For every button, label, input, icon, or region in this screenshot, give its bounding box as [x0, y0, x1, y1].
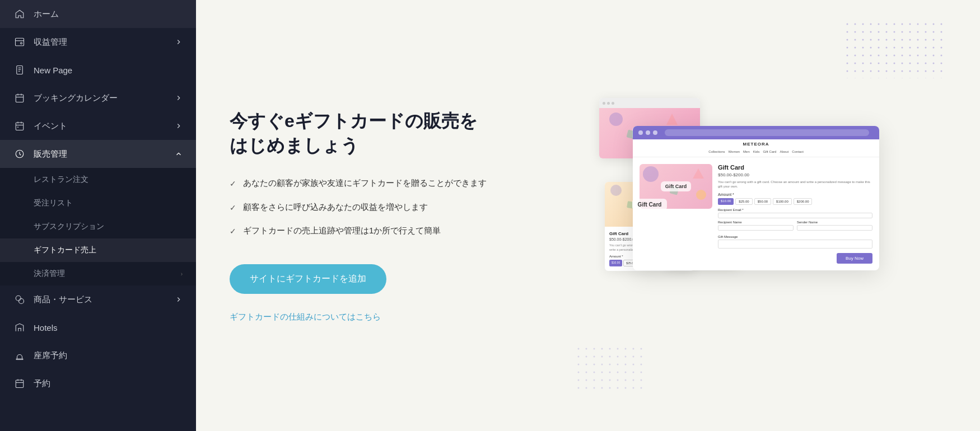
browser-body: Gift Card Gift Card $50.00-$200	[633, 157, 879, 270]
feature-item: ✓ ギフトカードの売上追跡や管理は1か所で行えて簡単	[230, 224, 498, 237]
amount-btn-25: $25.00	[735, 198, 752, 205]
seat-icon	[13, 349, 26, 362]
subitem-label: 受注リスト	[34, 198, 73, 208]
browser-main: METEORA Collections Women Men Kids Gift …	[633, 126, 879, 270]
gift-message-input	[718, 240, 872, 249]
products-icon	[13, 293, 26, 306]
sidebar-item-label: ホーム	[34, 9, 59, 20]
sales-icon	[13, 148, 26, 160]
svg-marker-37	[693, 168, 704, 179]
subitem-label: ギフトカード売上	[34, 245, 96, 255]
amount-label: Amount *	[718, 193, 872, 196]
calendar-icon	[13, 92, 26, 104]
sidebar-item-label: New Page	[34, 65, 72, 75]
decorative-dots-2	[577, 347, 644, 392]
sales-subitems: レストラン注文 受注リスト サブスクリプション ギフトカード売上 決済管理 ›	[0, 168, 196, 285]
browser-dot	[603, 102, 605, 105]
sidebar-subitem-restaurant-orders[interactable]: レストラン注文	[0, 168, 196, 191]
product-detail: Gift Card $50.00-$200.00 You can't go wr…	[718, 164, 872, 264]
sidebar-subitem-subscription[interactable]: サブスクリプション	[0, 215, 196, 238]
product-description: You can't go wrong with a gift card. Cho…	[718, 180, 872, 189]
hotels-icon	[13, 321, 26, 334]
sidebar-item-events[interactable]: イベント	[0, 112, 196, 140]
feature-item: ✓ あなたの顧客が家族や友達にギフトカードを贈ることができます	[230, 176, 498, 190]
sidebar-item-label: 商品・サービス	[34, 294, 92, 305]
svg-rect-18	[16, 359, 23, 360]
meteora-logo: METEORA	[633, 139, 879, 149]
feature-text: ギフトカードの売上追跡や管理は1か所で行えて簡単	[243, 224, 441, 237]
svg-point-31	[610, 185, 622, 196]
giftcard-name: Gift Card	[661, 181, 692, 191]
sidebar-item-label: 座席予約	[34, 350, 67, 361]
sidebar-item-booking-calendar[interactable]: ブッキングカレンダー	[0, 84, 196, 112]
sidebar-subitem-payment[interactable]: 決済管理 ›	[0, 262, 196, 285]
home-icon	[13, 8, 26, 20]
subitem-label: レストラン注文	[34, 175, 88, 185]
svg-point-17	[19, 299, 24, 304]
sidebar-item-sales[interactable]: 販売管理	[0, 140, 196, 168]
learn-more-link[interactable]: ギフトカードの仕組みについてはこちら	[230, 312, 381, 322]
amount-btn-200: $200.00	[794, 198, 813, 205]
sidebar-item-label: 販売管理	[34, 149, 67, 160]
amount-btn: $10.00	[609, 260, 622, 266]
sidebar-item-products[interactable]: 商品・サービス	[0, 285, 196, 313]
check-icon: ✓	[230, 202, 236, 214]
sidebar-item-new-page[interactable]: New Page	[0, 56, 196, 84]
svg-rect-24	[846, 22, 946, 78]
chevron-right-icon	[175, 94, 183, 102]
buy-now-button[interactable]: Buy Now	[837, 253, 872, 264]
browser-bar	[633, 126, 879, 139]
check-icon: ✓	[230, 177, 236, 190]
content-left: 今すぐeギフトカードの販売をはじめましょう ✓ あなたの顧客が家族や友達にギフト…	[230, 109, 498, 323]
sidebar-item-hotels[interactable]: Hotels	[0, 313, 196, 341]
product-title: Gift Card	[718, 164, 872, 171]
sidebar-item-home[interactable]: ホーム	[0, 0, 196, 28]
browser-dot-green	[653, 130, 657, 135]
amount-btn-50: $50.00	[754, 198, 771, 205]
chevron-right-icon	[175, 296, 183, 303]
address-bar	[665, 129, 869, 136]
sidebar-subitem-giftcard-sales[interactable]: ギフトカード売上	[0, 238, 196, 262]
page-title: 今すぐeギフトカードの販売をはじめましょう	[230, 109, 498, 159]
browser-dot-yellow	[646, 130, 650, 135]
sidebar-item-label: 予約	[34, 378, 50, 389]
features-list: ✓ あなたの顧客が家族や友達にギフトカードを贈ることができます ✓ 顧客をさらに…	[230, 176, 498, 237]
page-icon	[13, 64, 26, 76]
sidebar-item-reservation[interactable]: 予約	[0, 369, 196, 397]
chevron-up-icon	[175, 150, 183, 158]
sidebar-item-revenue[interactable]: 収益管理	[0, 28, 196, 56]
sidebar: ホーム 収益管理 New Page ブッキングカレンダー イベント	[0, 0, 196, 431]
amount-btn-100: $100.00	[773, 198, 792, 205]
sidebar-subitem-order-list[interactable]: 受注リスト	[0, 191, 196, 215]
gift-message-label: Gift Message	[718, 235, 872, 238]
sidebar-item-seat-reservation[interactable]: 座席予約	[0, 341, 196, 369]
svg-rect-6	[16, 95, 24, 102]
chevron-right-icon: ›	[181, 271, 183, 277]
svg-rect-26	[577, 347, 644, 392]
recipient-email-input	[718, 213, 872, 218]
revenue-icon	[13, 36, 26, 48]
content-right: Gift Card Gift Card	[532, 22, 946, 409]
product-image-area: Gift Card	[640, 164, 712, 264]
svg-rect-0	[16, 38, 24, 46]
browser-dot-red	[638, 130, 643, 135]
sidebar-item-label: ブッキングカレンダー	[34, 93, 118, 104]
reservation-icon	[13, 377, 26, 390]
feature-text: あなたの顧客が家族や友達にギフトカードを贈ることができます	[243, 176, 487, 190]
chevron-right-icon	[175, 38, 183, 46]
svg-point-16	[16, 296, 21, 301]
decorative-dots	[846, 22, 946, 78]
main-content: 今すぐeギフトカードの販売をはじめましょう ✓ あなたの顧客が家族や友達にギフト…	[196, 0, 980, 431]
subitem-label: 決済管理	[34, 269, 65, 279]
add-giftcard-button[interactable]: サイトにギフトカードを追加	[230, 264, 386, 294]
browser-dot	[612, 102, 614, 105]
site-nav: Collections Women Men Kids Gift Card Abo…	[633, 149, 879, 157]
sidebar-item-label: 収益管理	[34, 37, 67, 48]
svg-point-35	[696, 190, 706, 200]
svg-rect-10	[16, 123, 24, 130]
svg-marker-30	[666, 114, 678, 125]
svg-point-34	[643, 166, 659, 182]
product-price: $50.00-$200.00	[718, 172, 872, 177]
svg-rect-19	[16, 380, 24, 388]
svg-rect-2	[17, 66, 23, 74]
